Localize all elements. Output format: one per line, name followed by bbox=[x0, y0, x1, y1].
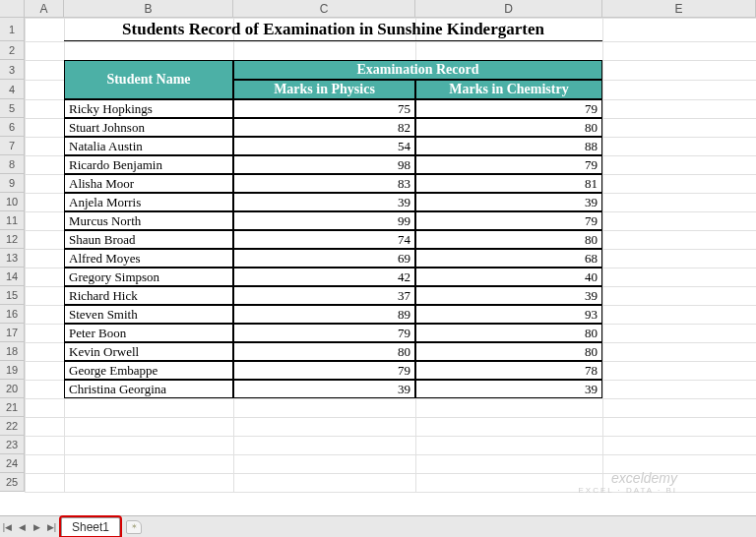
sheet-tab-active[interactable]: Sheet1 bbox=[61, 517, 120, 536]
col-header-D[interactable]: D bbox=[415, 0, 602, 18]
table-row-chemistry[interactable]: 80 bbox=[415, 118, 602, 137]
row-header-25[interactable]: 25 bbox=[0, 473, 25, 492]
new-sheet-button[interactable]: ✶ bbox=[126, 520, 142, 534]
table-row-physics[interactable]: 79 bbox=[233, 324, 415, 342]
table-row-name[interactable]: Natalia Austin bbox=[64, 137, 233, 155]
table-row-chemistry[interactable]: 68 bbox=[415, 249, 602, 268]
row-header-14[interactable]: 14 bbox=[0, 268, 25, 286]
table-row-name[interactable]: Christina Georgina bbox=[64, 380, 233, 398]
col-header-E[interactable]: E bbox=[602, 0, 756, 18]
table-row-physics[interactable]: 89 bbox=[233, 305, 415, 324]
row-header-2[interactable]: 2 bbox=[0, 41, 25, 60]
row-header-10[interactable]: 10 bbox=[0, 193, 25, 211]
col-header-C[interactable]: C bbox=[233, 0, 415, 18]
row-header-5[interactable]: 5 bbox=[0, 99, 25, 118]
row-header-22[interactable]: 22 bbox=[0, 417, 25, 436]
row-header-17[interactable]: 17 bbox=[0, 324, 25, 342]
table-row-chemistry[interactable]: 80 bbox=[415, 342, 602, 361]
column-headers: ABCDE bbox=[25, 0, 756, 18]
table-row-name[interactable]: Ricky Hopkings bbox=[64, 99, 233, 118]
table-row-name[interactable]: Kevin Orwell bbox=[64, 342, 233, 361]
watermark-sub: EXCEL · DATA · BI bbox=[578, 486, 677, 495]
table-row-chemistry[interactable]: 79 bbox=[415, 211, 602, 230]
row-header-7[interactable]: 7 bbox=[0, 137, 25, 155]
table-row-chemistry[interactable]: 39 bbox=[415, 286, 602, 305]
row-header-3[interactable]: 3 bbox=[0, 60, 25, 80]
col-header-B[interactable]: B bbox=[64, 0, 233, 18]
watermark: exceldemy EXCEL · DATA · BI bbox=[578, 470, 677, 495]
nav-next-icon[interactable]: ▶ bbox=[30, 518, 44, 536]
row-header-18[interactable]: 18 bbox=[0, 342, 25, 361]
col-header-A[interactable]: A bbox=[25, 0, 64, 18]
header-student: Student Name bbox=[64, 60, 233, 99]
table-row-name[interactable]: George Embappe bbox=[64, 361, 233, 380]
header-physics: Marks in Physics bbox=[233, 80, 415, 99]
table-row-name[interactable]: Steven Smith bbox=[64, 305, 233, 324]
table-row-name[interactable]: Anjela Morris bbox=[64, 193, 233, 211]
table-row-physics[interactable]: 98 bbox=[233, 155, 415, 174]
table-row-name[interactable]: Gregory Simpson bbox=[64, 268, 233, 286]
table-row-physics[interactable]: 37 bbox=[233, 286, 415, 305]
table-row-name[interactable]: Peter Boon bbox=[64, 324, 233, 342]
row-header-1[interactable]: 1 bbox=[0, 18, 25, 41]
table-row-chemistry[interactable]: 40 bbox=[415, 268, 602, 286]
row-header-15[interactable]: 15 bbox=[0, 286, 25, 305]
table-row-chemistry[interactable]: 78 bbox=[415, 361, 602, 380]
nav-first-icon[interactable]: |◀ bbox=[0, 518, 15, 536]
table-row-physics[interactable]: 80 bbox=[233, 342, 415, 361]
table-row-physics[interactable]: 75 bbox=[233, 99, 415, 118]
spreadsheet-grid[interactable]: Students Record of Examination in Sunshi… bbox=[25, 18, 756, 492]
table-row-name[interactable]: Richard Hick bbox=[64, 286, 233, 305]
table-row-chemistry[interactable]: 79 bbox=[415, 99, 602, 118]
row-header-8[interactable]: 8 bbox=[0, 155, 25, 174]
header-chemistry: Marks in Chemistry bbox=[415, 80, 602, 99]
table-row-name[interactable]: Alfred Moyes bbox=[64, 249, 233, 268]
table-row-name[interactable]: Murcus North bbox=[64, 211, 233, 230]
row-header-6[interactable]: 6 bbox=[0, 118, 25, 137]
row-header-12[interactable]: 12 bbox=[0, 230, 25, 249]
row-header-4[interactable]: 4 bbox=[0, 80, 25, 99]
table-row-chemistry[interactable]: 39 bbox=[415, 380, 602, 398]
table-row-physics[interactable]: 42 bbox=[233, 268, 415, 286]
table-row-name[interactable]: Alisha Moor bbox=[64, 174, 233, 193]
row-header-13[interactable]: 13 bbox=[0, 249, 25, 268]
table-row-physics[interactable]: 69 bbox=[233, 249, 415, 268]
watermark-main: exceldemy bbox=[578, 470, 677, 486]
table-row-chemistry[interactable]: 80 bbox=[415, 230, 602, 249]
nav-last-icon[interactable]: ▶| bbox=[44, 518, 59, 536]
row-header-24[interactable]: 24 bbox=[0, 454, 25, 473]
table-row-chemistry[interactable]: 79 bbox=[415, 155, 602, 174]
select-all-corner[interactable] bbox=[0, 0, 25, 18]
page-title: Students Record of Examination in Sunshi… bbox=[64, 18, 602, 41]
sheet-tab-bar: |◀ ◀ ▶ ▶| Sheet1 ✶ bbox=[0, 515, 756, 537]
table-row-name[interactable]: Stuart Johnson bbox=[64, 118, 233, 137]
table-row-name[interactable]: Shaun Broad bbox=[64, 230, 233, 249]
header-exam: Examination Record bbox=[233, 60, 602, 80]
table-row-chemistry[interactable]: 80 bbox=[415, 324, 602, 342]
table-row-physics[interactable]: 83 bbox=[233, 174, 415, 193]
table-row-physics[interactable]: 82 bbox=[233, 118, 415, 137]
table-row-chemistry[interactable]: 39 bbox=[415, 193, 602, 211]
table-row-chemistry[interactable]: 81 bbox=[415, 174, 602, 193]
row-header-20[interactable]: 20 bbox=[0, 380, 25, 398]
table-row-physics[interactable]: 54 bbox=[233, 137, 415, 155]
row-header-9[interactable]: 9 bbox=[0, 174, 25, 193]
table-row-physics[interactable]: 99 bbox=[233, 211, 415, 230]
table-row-physics[interactable]: 39 bbox=[233, 380, 415, 398]
nav-prev-icon[interactable]: ◀ bbox=[15, 518, 30, 536]
table-row-chemistry[interactable]: 88 bbox=[415, 137, 602, 155]
row-header-23[interactable]: 23 bbox=[0, 436, 25, 454]
row-header-16[interactable]: 16 bbox=[0, 305, 25, 324]
row-headers: 1234567891011121314151617181920212223242… bbox=[0, 18, 25, 492]
table-row-physics[interactable]: 39 bbox=[233, 193, 415, 211]
row-header-19[interactable]: 19 bbox=[0, 361, 25, 380]
table-row-name[interactable]: Ricardo Benjamin bbox=[64, 155, 233, 174]
row-header-11[interactable]: 11 bbox=[0, 211, 25, 230]
table-row-chemistry[interactable]: 93 bbox=[415, 305, 602, 324]
row-header-21[interactable]: 21 bbox=[0, 398, 25, 417]
table-row-physics[interactable]: 74 bbox=[233, 230, 415, 249]
table-row-physics[interactable]: 79 bbox=[233, 361, 415, 380]
